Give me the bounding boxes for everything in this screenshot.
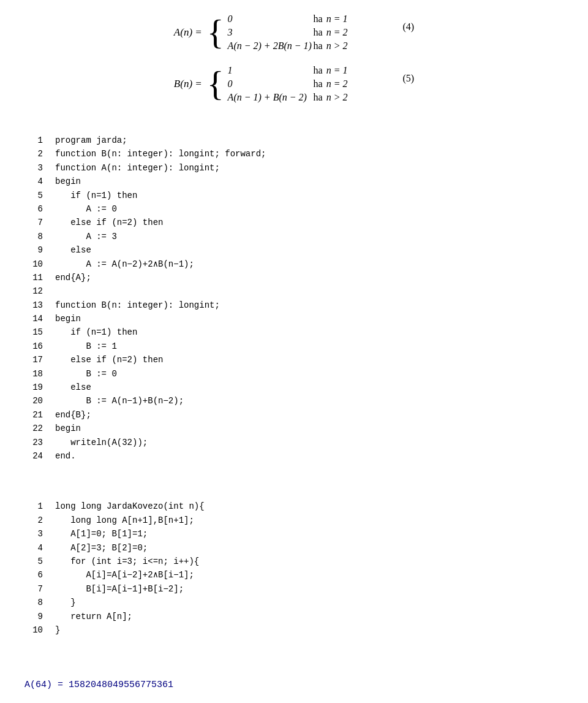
cpp-line-9: 9 return A[n]; xyxy=(24,610,564,623)
Bn-case1: 1 ha n = 1 xyxy=(228,65,348,76)
pascal-line-19: 19 else xyxy=(24,381,564,394)
pascal-line-18: 18 B := 0 xyxy=(24,367,564,381)
math-section: A(n) = { 0 ha n = 1 3 ha n = 2 xyxy=(24,12,564,115)
An-lhs: A(n) = xyxy=(174,26,202,39)
pascal-line-23: 23 writeln(A(32)); xyxy=(24,436,564,449)
cpp-line-8: 8 } xyxy=(24,596,564,609)
pascal-line-24: 24 end. xyxy=(24,449,564,463)
result-section: A(64) = 1582048049556775361 xyxy=(24,674,564,696)
eq-num-5: (5) xyxy=(403,73,415,84)
pascal-line-4: 4 begin xyxy=(24,175,564,188)
pascal-line-21: 21 end{B}; xyxy=(24,408,564,422)
Bn-brace: { 1 ha n = 1 0 ha n = 2 A( xyxy=(207,64,348,104)
cpp-line-7: 7 B[i]=A[i−1]+B[i−2]; xyxy=(24,582,564,596)
section-divider xyxy=(24,475,564,487)
Bn-cases: 1 ha n = 1 0 ha n = 2 A(n − 1) + B(n − 2… xyxy=(228,64,348,104)
pascal-line-9: 9 else xyxy=(24,243,564,257)
result-text: A(64) = 1582048049556775361 xyxy=(24,680,173,690)
Bn-case3: A(n − 1) + B(n − 2) ha n > 2 xyxy=(228,92,348,103)
An-case2: 3 ha n = 2 xyxy=(228,27,348,38)
pascal-line-12: 12 xyxy=(24,284,564,298)
pascal-code: 1 program jarda; 2 function B(n: integer… xyxy=(24,134,564,463)
eq-num-4: (4) xyxy=(403,21,415,32)
Bn-equation: B(n) = { 1 ha n = 1 0 ha n = 2 xyxy=(24,64,564,104)
pascal-line-5: 5 if (n=1) then xyxy=(24,189,564,202)
pascal-line-3: 3 function A(n: integer): longint; xyxy=(24,161,564,175)
cpp-line-4: 4 A[2]=3; B[2]=0; xyxy=(24,541,564,555)
cpp-line-6: 6 A[i]=A[i−2]+2∧B[i−1]; xyxy=(24,568,564,582)
pascal-line-6: 6 A := 0 xyxy=(24,202,564,216)
pascal-line-20: 20 B := A(n−1)+B(n−2); xyxy=(24,394,564,408)
pascal-line-8: 8 A := 3 xyxy=(24,230,564,243)
An-brace: { 0 ha n = 1 3 ha n = 2 A( xyxy=(207,12,348,53)
pascal-line-17: 17 else if (n=2) then xyxy=(24,353,564,367)
pascal-line-2: 2 function B(n: integer): longint; forwa… xyxy=(24,147,564,161)
pascal-line-22: 22 begin xyxy=(24,422,564,435)
An-case1: 0 ha n = 1 xyxy=(228,13,348,25)
Bn-lhs: B(n) = xyxy=(174,78,202,90)
pascal-line-16: 16 B := 1 xyxy=(24,340,564,353)
pascal-line-11: 11 end{A}; xyxy=(24,271,564,284)
cpp-line-5: 5 for (int i=3; i<=n; i++){ xyxy=(24,555,564,568)
cpp-line-1: 1 long long JardaKovezo(int n){ xyxy=(24,500,564,513)
pascal-line-14: 14 begin xyxy=(24,312,564,325)
An-cases: 0 ha n = 1 3 ha n = 2 A(n − 2) + 2B(n − … xyxy=(228,12,348,53)
cpp-code: 1 long long JardaKovezo(int n){ 2 long l… xyxy=(24,500,564,637)
cpp-line-3: 3 A[1]=0; B[1]=1; xyxy=(24,527,564,541)
result-divider xyxy=(24,649,564,661)
pascal-line-7: 7 else if (n=2) then xyxy=(24,216,564,229)
pascal-line-15: 15 if (n=1) then xyxy=(24,325,564,339)
cpp-line-2: 2 long long A[n+1],B[n+1]; xyxy=(24,514,564,527)
page: A(n) = { 0 ha n = 1 3 ha n = 2 xyxy=(24,12,564,703)
Bn-case2: 0 ha n = 2 xyxy=(228,78,348,89)
An-equation: A(n) = { 0 ha n = 1 3 ha n = 2 xyxy=(24,12,564,53)
cpp-line-10: 10 } xyxy=(24,623,564,637)
pascal-line-13: 13 function B(n: integer): longint; xyxy=(24,298,564,312)
pascal-line-10: 10 A := A(n−2)+2∧B(n−1); xyxy=(24,257,564,271)
pascal-line-1: 1 program jarda; xyxy=(24,134,564,147)
An-case3: A(n − 2) + 2B(n − 1) ha n > 2 xyxy=(228,40,348,51)
